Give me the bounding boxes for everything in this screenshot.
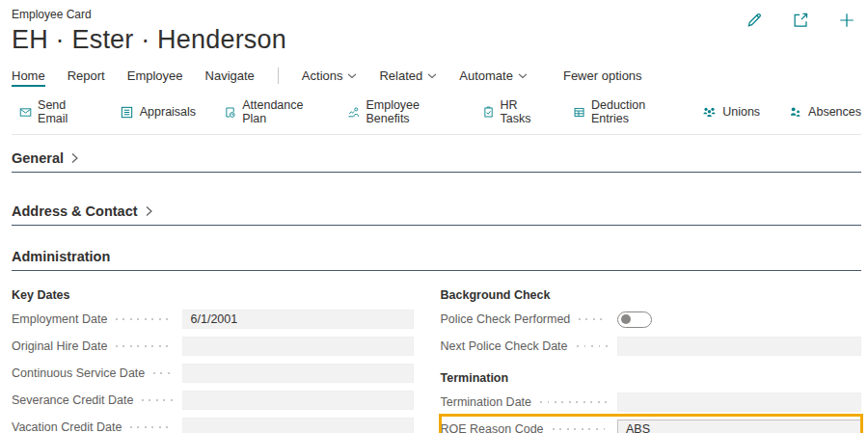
deduction-entries-icon xyxy=(573,105,585,120)
appraisals-icon xyxy=(120,105,134,120)
chevron-down-icon xyxy=(427,71,437,80)
action-bar: Send Email Appraisals Attendance Plan Em… xyxy=(12,96,861,135)
right-column: Background Check Police Check Performed … xyxy=(441,284,861,433)
tab-employee-label: Employee xyxy=(127,68,183,83)
send-email-label: Send Email xyxy=(38,98,92,125)
tab-home-label: Home xyxy=(12,68,45,83)
termination-date-input[interactable] xyxy=(617,392,861,412)
section-address-contact-title: Address & Contact xyxy=(12,203,138,219)
menu-related[interactable]: Related xyxy=(379,68,437,87)
page-title: EH · Ester · Henderson xyxy=(12,24,286,55)
menu-automate[interactable]: Automate xyxy=(459,68,528,87)
absences-button[interactable]: Absences xyxy=(788,105,861,120)
field-employment-date: Employment Date 6/1/2001 xyxy=(12,306,414,333)
field-vacation-credit-date: Vacation Credit Date xyxy=(12,414,414,433)
add-icon[interactable] xyxy=(838,12,855,29)
field-termination-date: Termination Date xyxy=(441,389,861,416)
attendance-plan-label: Attendance Plan xyxy=(242,98,319,125)
dotted-leader xyxy=(553,428,608,430)
chevron-right-icon xyxy=(70,152,79,164)
fewer-options-label: Fewer options xyxy=(563,68,642,83)
menu-bar: Home Report Employee Navigate Actions Re… xyxy=(12,68,861,87)
field-police-check-performed: Police Check Performed xyxy=(441,306,861,333)
menu-automate-label: Automate xyxy=(459,68,513,83)
section-general-title: General xyxy=(12,150,64,166)
roe-reason-code-input[interactable]: ABS xyxy=(617,419,861,433)
employment-date-input[interactable]: 6/1/2001 xyxy=(182,310,414,329)
fewer-options-button[interactable]: Fewer options xyxy=(563,68,642,87)
field-next-police-check-date: Next Police Check Date xyxy=(441,333,861,360)
edit-icon[interactable] xyxy=(746,12,763,29)
menu-actions[interactable]: Actions xyxy=(302,68,358,87)
field-label: Severance Credit Date xyxy=(12,393,133,407)
employee-benefits-label: Employee Benefits xyxy=(366,98,453,125)
administration-content: Key Dates Employment Date 6/1/2001 Origi… xyxy=(12,284,861,433)
key-dates-title: Key Dates xyxy=(12,284,414,306)
hr-tasks-button[interactable]: HR Tasks xyxy=(482,98,545,125)
dotted-leader xyxy=(116,345,172,347)
unions-button[interactable]: Unions xyxy=(702,105,760,120)
share-icon[interactable] xyxy=(792,12,809,29)
employee-card-page: Employee Card EH · Ester · Henderson xyxy=(0,0,868,433)
tab-report[interactable]: Report xyxy=(68,68,105,87)
appraisals-button[interactable]: Appraisals xyxy=(120,105,196,120)
toggle-knob xyxy=(621,314,631,324)
tab-navigate-label: Navigate xyxy=(205,68,255,83)
attendance-plan-icon xyxy=(224,105,236,120)
field-label: Employment Date xyxy=(12,312,107,326)
dotted-leader xyxy=(540,401,608,403)
unions-label: Unions xyxy=(722,105,760,119)
dotted-leader xyxy=(153,372,172,374)
unions-icon xyxy=(702,105,717,120)
background-check-title: Background Check xyxy=(441,284,861,306)
tab-home[interactable]: Home xyxy=(12,68,45,87)
field-label: Vacation Credit Date xyxy=(12,420,122,433)
absences-label: Absences xyxy=(808,105,861,119)
employee-benefits-button[interactable]: Employee Benefits xyxy=(347,98,453,125)
menu-separator xyxy=(278,68,279,84)
chevron-down-icon xyxy=(518,71,528,80)
send-email-button[interactable]: Send Email xyxy=(19,98,92,125)
original-hire-date-input[interactable] xyxy=(182,337,414,356)
field-original-hire-date: Original Hire Date xyxy=(12,333,414,360)
chevron-down-icon xyxy=(347,71,357,80)
section-general[interactable]: General xyxy=(12,150,861,173)
dotted-leader xyxy=(130,426,172,428)
field-label: Original Hire Date xyxy=(12,339,107,353)
absences-icon xyxy=(788,105,802,120)
page-caption: Employee Card xyxy=(12,8,286,21)
dotted-leader xyxy=(577,345,608,347)
section-administration-title: Administration xyxy=(12,249,110,264)
hr-tasks-icon xyxy=(482,105,495,120)
field-label: Continuous Service Date xyxy=(12,366,145,380)
page-title-block: Employee Card EH · Ester · Henderson xyxy=(12,8,286,55)
field-continuous-service-date: Continuous Service Date xyxy=(12,360,414,387)
police-check-toggle[interactable] xyxy=(617,311,652,328)
hr-tasks-label: HR Tasks xyxy=(501,98,545,125)
dotted-leader xyxy=(116,318,172,320)
deduction-entries-button[interactable]: Deduction Entries xyxy=(573,98,674,125)
field-label: ROE Reason Code xyxy=(441,422,544,433)
employee-benefits-icon xyxy=(347,105,360,120)
termination-title: Termination xyxy=(441,367,861,389)
continuous-service-date-input[interactable] xyxy=(182,364,414,383)
menu-actions-label: Actions xyxy=(302,68,343,83)
tab-navigate[interactable]: Navigate xyxy=(205,68,255,87)
page-header: Employee Card EH · Ester · Henderson xyxy=(12,8,861,55)
attendance-plan-button[interactable]: Attendance Plan xyxy=(224,98,319,125)
page-actions xyxy=(746,12,855,29)
key-dates-group: Key Dates Employment Date 6/1/2001 Origi… xyxy=(12,284,414,433)
field-severance-credit-date: Severance Credit Date xyxy=(12,387,414,414)
tab-employee[interactable]: Employee xyxy=(127,68,183,87)
appraisals-label: Appraisals xyxy=(140,105,196,119)
next-police-check-date-input[interactable] xyxy=(617,337,861,356)
section-administration[interactable]: Administration xyxy=(12,249,861,271)
dotted-leader xyxy=(142,399,172,401)
severance-credit-date-input[interactable] xyxy=(182,391,414,410)
section-address-contact[interactable]: Address & Contact xyxy=(12,203,861,226)
field-roe-reason-code: ROE Reason Code ABS xyxy=(441,416,861,433)
dotted-leader xyxy=(579,318,608,320)
vacation-credit-date-input[interactable] xyxy=(182,418,414,433)
field-label: Police Check Performed xyxy=(441,312,571,326)
send-email-icon xyxy=(19,105,32,120)
